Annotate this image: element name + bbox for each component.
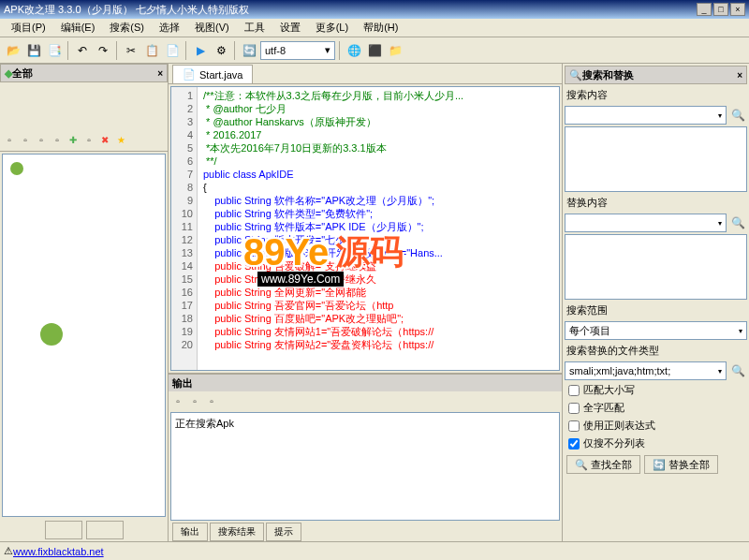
- encoding-combo[interactable]: utf-8▾: [260, 41, 335, 60]
- redo-icon[interactable]: ↷: [94, 41, 112, 60]
- window-title: APK改之理 3.3.0（少月版） 七夕情人小米人特别版权: [4, 3, 695, 17]
- chk-wholeword[interactable]: 全字匹配: [565, 400, 747, 416]
- tree-icon: ◆: [5, 67, 12, 80]
- find-input[interactable]: ▾: [565, 106, 727, 125]
- separator: [234, 41, 236, 60]
- mini-btn-icon[interactable]: ▫: [18, 133, 33, 148]
- menu-search[interactable]: 搜索(S): [102, 19, 152, 37]
- menu-help[interactable]: 帮助(H): [356, 19, 405, 37]
- mini-btn-icon[interactable]: ▫: [2, 133, 17, 148]
- out-tab-hint[interactable]: 提示: [266, 523, 301, 541]
- refresh-icon[interactable]: 🔄: [240, 41, 258, 60]
- replace-all-button[interactable]: 🔄 替换全部: [644, 455, 718, 474]
- tab-start-java[interactable]: 📄 Start.java: [172, 65, 253, 83]
- chk-searchonly[interactable]: 仅搜不分列表: [565, 435, 747, 451]
- globe-icon[interactable]: 🌐: [345, 41, 363, 60]
- separator: [116, 41, 118, 60]
- folder-icon[interactable]: 📁: [386, 41, 404, 60]
- output-tabs: 输出 搜索结果 提示: [169, 523, 562, 541]
- title-bar: APK改之理 3.3.0（少月版） 七夕情人小米人特别版权 _ □ ×: [0, 0, 749, 19]
- find-all-button[interactable]: 🔍 查找全部: [566, 455, 640, 474]
- main-toolbar: 📂 💾 📑 ↶ ↷ ✂ 📋 📄 ▶ ⚙ 🔄 utf-8▾ 🌐 ⬛ 📁: [0, 37, 749, 64]
- separator: [185, 41, 187, 60]
- delete-icon[interactable]: ✖: [97, 133, 112, 148]
- out-btn-icon[interactable]: ▫: [170, 393, 185, 408]
- left-btn-1[interactable]: [45, 521, 82, 539]
- project-tree[interactable]: [2, 154, 166, 517]
- out-tab-output[interactable]: 输出: [172, 523, 208, 541]
- code-content[interactable]: /**注意：本软件从3.3之后每在少月版，目前小米人少月... * @autho…: [198, 87, 559, 370]
- output-header: 输出: [169, 375, 562, 391]
- tree-toolbar: ▫ ▫ ▫ ▫ ✚ ▫ ✖ ★: [0, 129, 168, 152]
- panel-close-icon[interactable]: ×: [737, 70, 742, 81]
- left-panel-title: 全部: [12, 66, 33, 81]
- menu-project[interactable]: 项目(P): [4, 19, 53, 37]
- menu-settings[interactable]: 设置: [272, 19, 308, 37]
- code-editor[interactable]: 1234567891011121314151617181920 /**注意：本软…: [170, 86, 560, 371]
- filetype-label: 搜索替换的文件类型: [565, 342, 747, 360]
- replace-input[interactable]: ▾: [565, 214, 727, 232]
- left-buttons: [0, 519, 168, 541]
- search-panel-header: 🔍 搜索和替换 ×: [565, 66, 747, 84]
- menu-tools[interactable]: 工具: [237, 19, 272, 37]
- menu-more[interactable]: 更多(L): [308, 19, 356, 37]
- status-bar: ⚠ www.fixblacktab.net: [0, 541, 749, 560]
- replace-button-icon[interactable]: 🔍: [728, 214, 747, 232]
- save-icon[interactable]: 💾: [24, 41, 43, 60]
- mini-btn-icon[interactable]: ▫: [34, 133, 49, 148]
- watermark-url: www.89Ye.Com: [257, 272, 344, 287]
- stop-icon[interactable]: ⬛: [365, 41, 384, 60]
- output-body[interactable]: 正在搜索Apk: [170, 412, 560, 521]
- status-icon: ⚠: [4, 545, 13, 557]
- filetype-btn-icon[interactable]: 🔍: [728, 361, 747, 380]
- left-panel: ◆ 全部 × ▫ ▫ ▫ ▫ ✚ ▫ ✖ ★: [0, 64, 169, 541]
- output-text: 正在搜索Apk: [175, 418, 234, 429]
- open-icon[interactable]: 📂: [4, 41, 22, 60]
- editor-tabs: 📄 Start.java: [169, 64, 562, 84]
- separator: [67, 41, 69, 60]
- center-panel: 📄 Start.java 123456789101112131415161718…: [169, 64, 562, 541]
- filetype-combo[interactable]: smali;xml;java;htm;txt;▾: [565, 361, 727, 380]
- tree-node-icon: [40, 323, 63, 346]
- output-toolbar: ▫ ▫ ▫: [169, 391, 562, 410]
- scope-combo[interactable]: 每个项目▾: [565, 321, 747, 340]
- save-all-icon[interactable]: 📑: [45, 41, 64, 60]
- replace-history[interactable]: [565, 234, 747, 300]
- watermark-tag: 10年老站: [384, 272, 430, 287]
- menu-select[interactable]: 选择: [152, 19, 187, 37]
- left-btn-2[interactable]: [86, 521, 124, 539]
- tree-node-icon: [10, 162, 23, 175]
- tool-icon[interactable]: ⚙: [212, 41, 230, 60]
- menu-view[interactable]: 视图(V): [187, 19, 237, 37]
- out-btn-icon[interactable]: ▫: [187, 393, 202, 408]
- mini-btn-icon[interactable]: ▫: [50, 133, 65, 148]
- main-area: ◆ 全部 × ▫ ▫ ▫ ▫ ✚ ▫ ✖ ★ 📄 Start.j: [0, 64, 749, 541]
- panel-close-icon[interactable]: ×: [157, 68, 163, 79]
- line-gutter: 1234567891011121314151617181920: [171, 87, 198, 370]
- out-btn-icon[interactable]: ▫: [204, 393, 219, 408]
- replace-label: 替换内容: [565, 194, 747, 212]
- menu-edit[interactable]: 编辑(E): [53, 19, 103, 37]
- close-button[interactable]: ×: [730, 3, 745, 16]
- status-link[interactable]: www.fixblacktab.net: [13, 546, 104, 557]
- file-icon: 📄: [183, 68, 196, 81]
- minimize-button[interactable]: _: [697, 3, 712, 16]
- chk-matchcase[interactable]: 匹配大小写: [565, 382, 747, 398]
- out-tab-search[interactable]: 搜索结果: [210, 523, 264, 541]
- scope-label: 搜索范围: [565, 302, 747, 319]
- separator: [339, 41, 341, 60]
- output-panel: 输出 ▫ ▫ ▫ 正在搜索Apk 输出 搜索结果 提示: [169, 373, 562, 541]
- cut-icon[interactable]: ✂: [122, 41, 140, 60]
- star-icon[interactable]: ★: [113, 133, 128, 148]
- left-panel-header: ◆ 全部 ×: [0, 64, 168, 82]
- mini-btn-icon[interactable]: ▫: [81, 133, 96, 148]
- undo-icon[interactable]: ↶: [73, 41, 92, 60]
- build-icon[interactable]: ▶: [191, 41, 210, 60]
- find-button-icon[interactable]: 🔍: [728, 106, 747, 125]
- paste-icon[interactable]: 📄: [163, 41, 182, 60]
- chk-regex[interactable]: 使用正则表达式: [565, 418, 747, 434]
- find-history[interactable]: [565, 126, 747, 192]
- maximize-button[interactable]: □: [713, 3, 728, 16]
- copy-icon[interactable]: 📋: [142, 41, 161, 60]
- add-icon[interactable]: ✚: [66, 133, 81, 148]
